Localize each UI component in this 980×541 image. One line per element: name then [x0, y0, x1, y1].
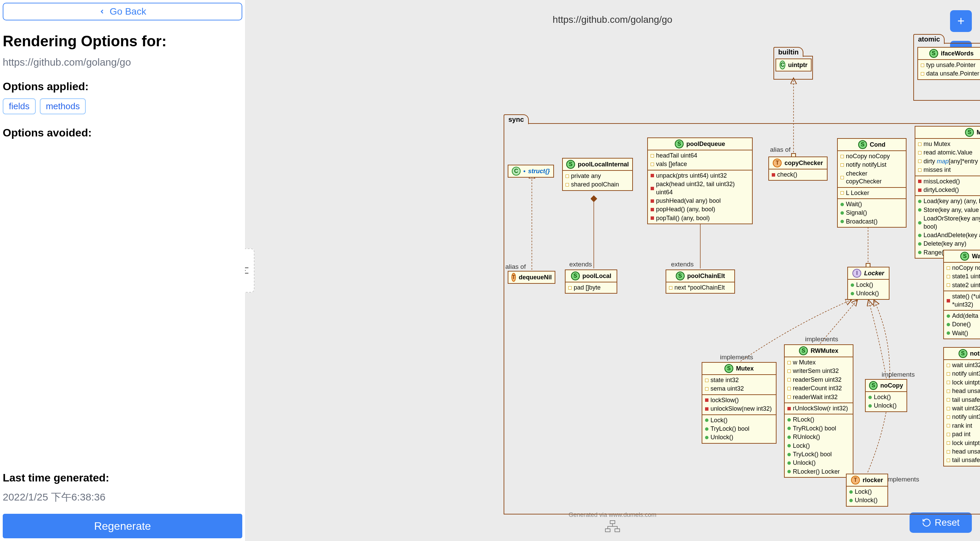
- node-Mutex[interactable]: SMutex state int32 sema uint32 lockSlow(…: [702, 362, 776, 444]
- sidebar: Go Back Rendering Options for: https://g…: [0, 0, 245, 541]
- tag-methods[interactable]: methods: [40, 98, 86, 114]
- regenerate-button[interactable]: Regenerate: [3, 514, 242, 538]
- node-ifaceWords[interactable]: SifaceWords typ unsafe.Pointer data unsa…: [917, 47, 980, 80]
- node-copyChecker[interactable]: TcopyChecker check(): [768, 156, 827, 181]
- svg-rect-2: [605, 529, 610, 532]
- node-notifyList[interactable]: SnotifyList wait uint32 notify uint32 lo…: [943, 347, 980, 466]
- package-tab: atomic: [913, 34, 945, 44]
- repo-url: https://github.com/golang/go: [3, 56, 242, 68]
- node-title: dequeueNil: [519, 274, 552, 281]
- node-title: Cond: [870, 141, 885, 148]
- node-Cond[interactable]: SCond noCopy noCopy notify notifyList ch…: [837, 138, 907, 228]
- node-Map[interactable]: SMap mu Mutex read atomic.Value dirty ma…: [915, 126, 980, 259]
- node-title: notifyList: [970, 350, 980, 357]
- node-title: struct{}: [528, 168, 550, 175]
- avoided-label: Options avoided:: [3, 127, 242, 139]
- node-title: poolLocalInternal: [578, 161, 629, 168]
- node-uintptr[interactable]: Cuintptr: [775, 59, 811, 72]
- footer-icon: [604, 520, 621, 534]
- applied-tags: fields methods: [3, 98, 242, 114]
- collapse-handle[interactable]: [245, 248, 255, 293]
- package-tab: builtin: [773, 47, 803, 57]
- node-struct-anon[interactable]: C• struct{}: [508, 165, 554, 178]
- node-title: copyChecker: [784, 159, 823, 167]
- node-title: Map: [977, 129, 980, 136]
- page-heading: Rendering Options for:: [3, 33, 242, 50]
- go-back-button[interactable]: Go Back: [3, 3, 242, 21]
- node-poolChainElt[interactable]: SpoolChainElt next *poolChainElt: [666, 269, 735, 294]
- node-title: noCopy: [880, 382, 903, 389]
- reset-label: Reset: [935, 517, 959, 528]
- go-back-label: Go Back: [110, 6, 146, 17]
- node-title: RWMutex: [811, 347, 838, 355]
- node-poolLocal[interactable]: SpoolLocal pad []byte: [565, 269, 617, 294]
- chevron-left-icon: [99, 8, 105, 15]
- timestamp: 2022/1/25 下午6:38:36: [3, 490, 242, 504]
- node-title: Locker: [864, 270, 884, 277]
- node-title: WaitGroup: [972, 253, 980, 260]
- node-noCopy[interactable]: SnoCopy Lock() Unlock(): [865, 379, 907, 412]
- node-title: poolChainElt: [687, 272, 725, 280]
- svg-rect-1: [610, 520, 615, 523]
- applied-label: Options applied:: [3, 80, 242, 93]
- node-poolLocalInternal[interactable]: SpoolLocalInternal private any shared po…: [562, 158, 633, 191]
- node-poolDequeue[interactable]: SpoolDequeue headTail uint64 vals []efac…: [647, 137, 753, 224]
- node-WaitGroup[interactable]: SWaitGroup noCopy noCopy state1 uint64 s…: [943, 250, 980, 339]
- reset-icon: [922, 518, 931, 527]
- svg-rect-3: [615, 529, 620, 532]
- reset-button[interactable]: Reset: [910, 512, 972, 533]
- package-sync: sync C• struct{} SpoolLocalInternal priv…: [504, 123, 980, 514]
- package-builtin: builtin Cuintptr: [773, 56, 813, 80]
- collapse-icon: [245, 265, 250, 276]
- zoom-in-button[interactable]: +: [950, 10, 972, 32]
- node-title: poolLocal: [582, 272, 611, 280]
- node-dequeueNil[interactable]: TdequeueNil: [508, 271, 555, 284]
- package-atomic: atomic SifaceWords typ unsafe.Pointer da…: [913, 43, 980, 101]
- tag-fields[interactable]: fields: [3, 98, 36, 114]
- node-RWMutex[interactable]: SRWMutex w Mutex writerSem uint32 reader…: [784, 344, 853, 478]
- package-tab: sync: [504, 114, 529, 124]
- node-title: rlocker: [862, 477, 883, 484]
- last-gen-label: Last time generated:: [3, 472, 242, 484]
- canvas-title: https://github.com/golang/go: [553, 14, 672, 25]
- node-rlocker[interactable]: Trlocker Lock() Unlock(): [846, 474, 888, 507]
- diagram-canvas[interactable]: https://github.com/golang/go + − Reset F…: [245, 0, 980, 541]
- node-Locker[interactable]: ILocker Lock() Unlock(): [847, 267, 889, 300]
- node-title: poolDequeue: [686, 140, 725, 148]
- node-title: uintptr: [788, 62, 808, 69]
- node-title: Mutex: [736, 365, 754, 372]
- node-title: ifaceWords: [941, 50, 974, 57]
